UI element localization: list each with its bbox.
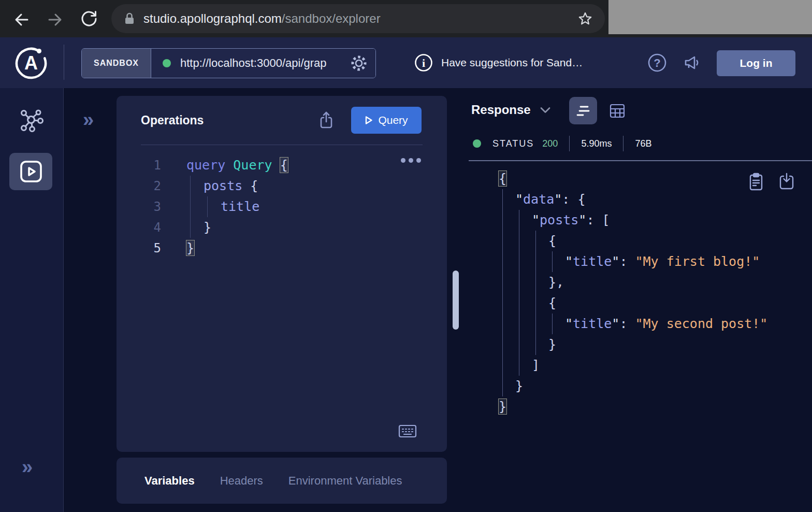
line-number: 3 <box>153 196 161 217</box>
response-json-line: "data": { <box>499 189 767 210</box>
pane-resize-handle[interactable] <box>453 271 459 330</box>
left-sidebar: » <box>0 88 64 512</box>
adjacent-window-area <box>608 0 812 34</box>
kebab-menu-icon[interactable] <box>401 158 421 163</box>
tab-headers[interactable]: Headers <box>220 474 263 488</box>
login-button[interactable]: Log in <box>717 50 795 76</box>
editor-code-line[interactable]: 2posts { <box>153 176 447 196</box>
apollo-logo[interactable]: A <box>15 47 48 80</box>
sandbox-badge[interactable]: SANDBOX <box>82 49 151 78</box>
green-status-dot <box>473 139 481 148</box>
response-json-line: "posts": [ <box>499 210 767 231</box>
graph-schema-icon[interactable] <box>18 108 45 135</box>
response-status-row: STATUS 200 5.90ms 76B <box>473 136 651 151</box>
chevron-down-icon[interactable] <box>540 107 550 113</box>
response-divider <box>469 160 812 161</box>
clipboard-copy-icon[interactable] <box>748 173 764 191</box>
formatted-view-toggle[interactable] <box>569 97 597 124</box>
response-json-line: } <box>499 376 767 396</box>
studio-header: A SANDBOX http://localhost:3000/api/grap… <box>0 37 812 88</box>
panel-expand-chevron-icon[interactable]: » <box>83 110 94 130</box>
response-json-viewer: {"data": {"posts": [{"title": "My first … <box>469 168 767 417</box>
request-settings-panel: VariablesHeadersEnvironment Variables <box>117 458 447 504</box>
svg-text:A: A <box>24 52 38 74</box>
megaphone-icon[interactable] <box>683 53 703 72</box>
back-icon[interactable] <box>13 11 30 28</box>
lock-icon <box>124 12 135 25</box>
star-icon[interactable] <box>578 11 592 26</box>
response-json-line: "title": "My first blog!" <box>499 251 767 272</box>
line-number: 1 <box>153 155 161 176</box>
info-icon: i <box>414 53 433 72</box>
play-square-icon <box>19 160 43 183</box>
table-view-icon <box>609 103 626 119</box>
suggestion-banner[interactable]: i Have suggestions for Sand… <box>414 37 583 88</box>
svg-text:i: i <box>422 56 425 69</box>
gear-icon[interactable] <box>350 54 368 73</box>
endpoint-url-input[interactable]: http://localhost:3000/api/grap <box>180 56 350 70</box>
response-json-line: }, <box>499 272 767 293</box>
response-panel: Response STATUS 200 5.90ms 76B <box>469 88 812 512</box>
forward-icon[interactable] <box>47 11 63 28</box>
response-json-line: ] <box>499 355 767 376</box>
status-divider <box>569 136 570 151</box>
suggestion-text: Have suggestions for Sand… <box>441 56 583 69</box>
response-json-line: { <box>499 293 767 314</box>
download-icon[interactable] <box>778 173 795 190</box>
endpoint-selector: SANDBOX http://localhost:3000/api/grap <box>81 48 376 78</box>
size-value: 76B <box>635 138 651 149</box>
play-triangle-icon <box>365 116 373 125</box>
response-json-line: } <box>499 334 767 355</box>
editor-code-line[interactable]: 5} <box>153 238 447 259</box>
response-title: Response <box>471 103 531 117</box>
editor-code-line[interactable]: 3title <box>153 196 447 217</box>
line-number: 5 <box>153 238 161 259</box>
latency-value: 5.90ms <box>581 138 612 149</box>
line-number: 2 <box>153 176 161 196</box>
url-host: studio.apollographql.com <box>143 11 282 25</box>
status-divider <box>623 136 624 151</box>
svg-text:?: ? <box>654 56 660 69</box>
response-json-line: { <box>499 231 767 251</box>
explorer-main: » Operations Query 1query Query {2posts … <box>64 88 812 512</box>
sidebar-item-explorer[interactable] <box>9 153 52 190</box>
keyboard-icon[interactable] <box>398 424 417 438</box>
run-query-label: Query <box>378 114 408 126</box>
header-divider <box>64 45 64 80</box>
endpoint-input-wrap[interactable]: http://localhost:3000/api/grap <box>151 49 375 78</box>
tab-environment-variables[interactable]: Environment Variables <box>288 474 402 488</box>
operations-header: Operations Query <box>117 96 447 145</box>
sidebar-expand-chevron-icon[interactable]: » <box>22 457 33 477</box>
status-label: STATUS <box>492 138 534 149</box>
query-editor[interactable]: 1query Query {2posts {3title4}5} <box>117 145 447 259</box>
browser-toolbar: studio.apollographql.com/sandbox/explore… <box>0 0 812 37</box>
response-json-line: "title": "My second post!" <box>499 314 767 334</box>
status-code: 200 <box>542 138 558 149</box>
help-icon[interactable]: ? <box>647 53 667 73</box>
operations-panel: Operations Query 1query Query {2posts {3… <box>117 96 447 452</box>
address-bar[interactable]: studio.apollographql.com/sandbox/explore… <box>111 4 605 33</box>
reload-icon[interactable] <box>80 10 98 27</box>
response-json-line: } <box>499 396 767 417</box>
url-path: /sandbox/explorer <box>282 11 381 25</box>
tab-variables[interactable]: Variables <box>144 474 195 488</box>
editor-code-line[interactable]: 4} <box>153 217 447 238</box>
response-json-line: { <box>499 168 767 189</box>
endpoint-status-dot <box>163 59 171 67</box>
operations-title: Operations <box>141 113 318 127</box>
formatted-view-icon <box>575 104 591 118</box>
url-text: studio.apollographql.com/sandbox/explore… <box>143 11 578 26</box>
line-number: 4 <box>153 217 161 238</box>
run-query-button[interactable]: Query <box>351 107 422 134</box>
table-view-toggle[interactable] <box>609 103 626 119</box>
share-icon[interactable] <box>318 111 334 130</box>
